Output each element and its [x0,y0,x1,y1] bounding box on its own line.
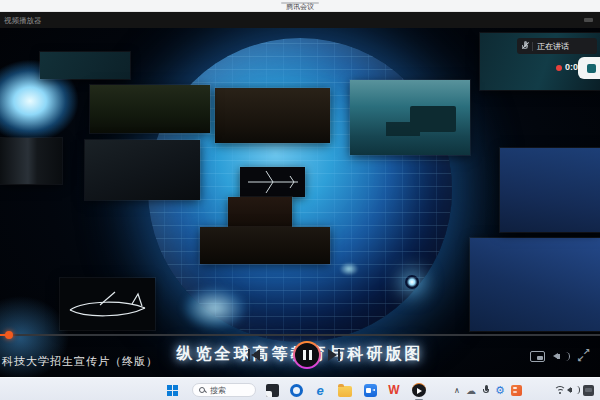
player-window-control[interactable] [584,18,593,22]
player-titlebar: 视频播放器 [0,12,600,28]
video-thumbnail [500,148,600,232]
start-button[interactable] [164,382,180,398]
playhead[interactable] [5,331,13,339]
video-thumbnail [0,138,62,184]
progress-bar[interactable] [0,334,600,336]
speaking-indicator: 正在讲话 [517,38,597,54]
clock-app-icon [290,384,303,397]
speaking-label: 正在讲话 [537,41,569,52]
search-label: 搜索 [210,385,226,396]
fullscreen-icon[interactable]: ↗↙ [577,349,590,362]
tray-settings-icon[interactable]: ⚙ [492,382,508,398]
tray-volume-icon[interactable] [565,382,581,398]
taskbar-app-meeting[interactable] [362,382,378,398]
recording-dot [556,65,562,71]
wps-office-icon: W [388,384,399,397]
small-flare [336,260,362,278]
edge-browser-icon: e [316,384,323,397]
snip-app-icon [266,384,279,397]
player-window-title: 视频播放器 [4,16,42,26]
mini-player-icon[interactable] [530,351,545,362]
tray-recorder-icon[interactable] [508,382,524,398]
highlight-glow [405,275,419,289]
video-thumbnail [470,238,600,331]
taskbar: 搜索 e W ∧ ☁ ⚙ [0,377,600,400]
video-thumbnail [200,227,330,264]
stop-icon [587,64,596,73]
video-thumbnail [90,85,210,133]
taskbar-app-explorer[interactable] [337,382,353,398]
video-thumbnail-aircraft-top [240,167,305,197]
aircraft-diagram-icon [60,278,155,330]
taskbar-app-wps[interactable]: W [386,382,402,398]
volume-icon[interactable] [553,351,567,362]
previous-icon[interactable] [248,349,262,361]
tray-ime-icon[interactable] [580,382,596,398]
video-thumbnail [85,140,200,200]
earth-rim-glow [170,278,260,338]
divider [532,42,533,51]
next-icon[interactable] [328,349,342,361]
video-title: 科技大学招生宣传片（终版） [2,354,158,369]
tencent-meeting-icon [364,384,377,397]
video-surface[interactable]: 纵览全球高等教育与科研版图 科技大学招生宣传片（终版） ↗↙ [0,28,600,377]
pause-button[interactable] [293,341,321,369]
video-thumbnail-aircraft-side [60,278,155,330]
video-thumbnail [40,52,130,79]
stop-recording-button[interactable] [578,57,600,79]
taskbar-app-clock[interactable] [288,382,304,398]
windows-logo-icon [167,385,178,396]
taskbar-app-player[interactable] [411,382,427,398]
video-thumbnail-harvester [350,80,470,155]
taskbar-search[interactable]: 搜索 [192,383,256,397]
aircraft-diagram-icon [240,167,305,197]
pause-icon [295,343,319,367]
video-thumbnail [228,197,292,228]
file-explorer-icon [338,386,352,397]
screen: 腾讯会议 视频播放器 [0,0,600,400]
video-thumbnail [215,88,330,143]
microphone-icon [522,41,528,51]
meeting-title: 腾讯会议 [0,3,600,11]
taskbar-app-edge[interactable]: e [312,382,328,398]
meeting-topbar: 腾讯会议 [0,0,600,12]
taskbar-app-snip[interactable] [264,382,280,398]
tray-cloud-icon[interactable]: ☁ [463,382,479,398]
media-player-icon [412,383,426,397]
search-icon [199,387,206,394]
